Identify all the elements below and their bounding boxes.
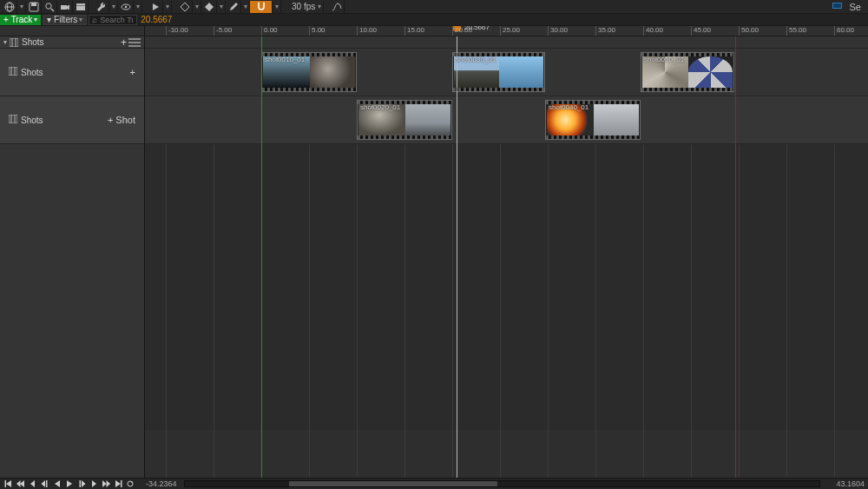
add-track-button[interactable]: + Track ▾ bbox=[0, 15, 41, 25]
step-fwd-icon[interactable] bbox=[76, 479, 87, 489]
film-icon bbox=[9, 37, 19, 48]
scrollbar-thumb[interactable] bbox=[289, 481, 497, 486]
search-field[interactable] bbox=[100, 16, 133, 24]
keyframe-filled-dropdown-icon[interactable]: ▾ bbox=[217, 1, 226, 13]
go-start-icon[interactable] bbox=[3, 479, 14, 489]
svg-marker-39 bbox=[82, 480, 86, 487]
plus-icon[interactable]: + bbox=[121, 38, 127, 47]
svg-rect-9 bbox=[76, 6, 85, 10]
ruler: 20.5667 -10.00-5.000.005.0010.0015.0020.… bbox=[0, 26, 868, 36]
filters-button[interactable]: ▾ Filters ▾ bbox=[43, 15, 87, 25]
ruler-tick-label: 35.00 bbox=[596, 26, 615, 34]
svg-marker-36 bbox=[55, 480, 60, 487]
shots-subtrack-2[interactable]: Shots + Shot bbox=[0, 96, 144, 144]
clapper-icon[interactable] bbox=[73, 1, 89, 13]
ruler-corner bbox=[0, 26, 145, 36]
add-shot-button[interactable]: + Shot bbox=[108, 115, 135, 125]
svg-marker-13 bbox=[153, 3, 159, 10]
clip-shot0020_01[interactable]: shot0020_01 bbox=[357, 100, 452, 140]
track-controls-row: + Track ▾ ▾ Filters ▾ ⌕ 20.5667 bbox=[0, 14, 868, 26]
prev-key-icon[interactable] bbox=[28, 479, 38, 489]
horizontal-scrollbar[interactable] bbox=[184, 480, 821, 487]
playhead-line[interactable] bbox=[457, 36, 457, 478]
play-icon[interactable] bbox=[148, 1, 163, 13]
folder-label: Shots bbox=[22, 37, 44, 47]
bottom-time-right: 43.1604 bbox=[836, 479, 865, 488]
snap-dropdown-icon[interactable]: ▾ bbox=[273, 1, 281, 13]
chevron-down-icon: ▾ bbox=[79, 16, 82, 23]
fps-label[interactable]: 30 fps bbox=[292, 2, 315, 11]
keyframe-filled-icon[interactable] bbox=[201, 1, 217, 13]
fps-dropdown-icon[interactable]: ▾ bbox=[315, 1, 324, 13]
wrench-icon[interactable] bbox=[94, 1, 109, 13]
ruler-tick-label: 45.00 bbox=[692, 26, 711, 34]
ruler-tick-label: 60.00 bbox=[835, 26, 854, 34]
current-time-label[interactable]: 20.5667 bbox=[141, 15, 172, 24]
svg-rect-7 bbox=[61, 5, 67, 10]
ruler-tick-label: 15.00 bbox=[405, 26, 424, 34]
play-dropdown-icon[interactable]: ▾ bbox=[163, 1, 172, 13]
svg-rect-23 bbox=[9, 67, 17, 76]
chevron-down-icon: ▾ bbox=[34, 15, 37, 25]
svg-rect-4 bbox=[31, 3, 36, 6]
find-icon[interactable] bbox=[42, 1, 57, 13]
ruler-tick-label: 10.00 bbox=[358, 26, 377, 34]
search-input[interactable]: ⌕ bbox=[89, 15, 137, 25]
next-shot-icon[interactable] bbox=[101, 479, 111, 489]
subtrack-label: Shots bbox=[21, 68, 43, 77]
eye-icon[interactable] bbox=[118, 1, 134, 13]
svg-marker-8 bbox=[67, 4, 69, 10]
shots-folder-row[interactable]: Shots + bbox=[0, 36, 144, 49]
curve-icon[interactable] bbox=[329, 1, 345, 13]
pencil-dropdown-icon[interactable]: ▾ bbox=[241, 1, 250, 13]
next-key-icon[interactable] bbox=[89, 479, 99, 489]
svg-marker-14 bbox=[181, 3, 189, 11]
eye-dropdown-icon[interactable]: ▾ bbox=[134, 1, 142, 13]
save-icon[interactable] bbox=[26, 1, 42, 13]
ruler-tick-label: -5.00 bbox=[214, 26, 232, 34]
globe-dropdown-icon[interactable]: ▾ bbox=[17, 1, 26, 13]
svg-marker-41 bbox=[102, 480, 107, 487]
clip-shot0030_01[interactable]: shot0030_01 bbox=[452, 52, 545, 92]
svg-line-6 bbox=[51, 9, 54, 11]
ruler-tick-label: 50.00 bbox=[740, 26, 759, 34]
loop-icon[interactable] bbox=[125, 479, 135, 489]
prev-shot-icon[interactable] bbox=[16, 479, 26, 489]
ruler-tick-label: 0.00 bbox=[262, 26, 278, 34]
camera-icon[interactable] bbox=[57, 1, 73, 13]
wrench-dropdown-icon[interactable]: ▾ bbox=[109, 1, 118, 13]
clip-shot0050_01[interactable]: shot0050_01 bbox=[641, 52, 734, 92]
svg-rect-30 bbox=[5, 480, 7, 487]
track-lane-1[interactable]: shot0010_01shot0030_01shot0050_01 bbox=[145, 49, 868, 96]
globe-icon[interactable] bbox=[2, 1, 17, 13]
main-toolbar: ▾ ▾ ▾ ▾ ▾ ▾ ▾ ▾ 30 fps ▾ Se bbox=[0, 0, 868, 14]
snap-icon[interactable] bbox=[250, 1, 273, 13]
shots-subtrack-1[interactable]: Shots + bbox=[0, 49, 144, 96]
time-ruler[interactable]: 20.5667 -10.00-5.000.005.0010.0015.0020.… bbox=[145, 26, 868, 36]
svg-marker-37 bbox=[67, 480, 72, 487]
clip-shot0010_01[interactable]: shot0010_01 bbox=[261, 52, 357, 92]
svg-point-5 bbox=[45, 3, 50, 8]
transport-bar: -34.2364 43.1604 bbox=[0, 478, 868, 489]
keyframe-icon[interactable] bbox=[177, 1, 193, 13]
go-end-icon[interactable] bbox=[113, 479, 123, 489]
svg-rect-38 bbox=[80, 480, 82, 487]
svg-marker-42 bbox=[107, 480, 111, 487]
play-reverse-icon[interactable] bbox=[52, 479, 62, 489]
track-lane-2[interactable]: shot0020_01shot0040_01 bbox=[145, 96, 868, 144]
clip-shot0040_01[interactable]: shot0040_01 bbox=[545, 100, 641, 140]
plus-icon[interactable]: + bbox=[130, 67, 135, 77]
hamburger-icon[interactable] bbox=[128, 38, 141, 47]
play-forward-icon[interactable] bbox=[64, 479, 75, 489]
step-back-icon[interactable] bbox=[40, 479, 50, 489]
bottom-time-left: -34.2364 bbox=[146, 479, 177, 488]
sequence-icon[interactable] bbox=[832, 3, 845, 11]
tracks-area[interactable]: shot0010_01shot0030_01shot0050_01 shot00… bbox=[145, 36, 868, 478]
ruler-tick-label: 20.00 bbox=[453, 26, 472, 34]
svg-rect-44 bbox=[121, 480, 122, 487]
right-cut-label[interactable]: Se bbox=[845, 2, 866, 12]
svg-point-12 bbox=[124, 5, 127, 8]
keyframe-dropdown-icon[interactable]: ▾ bbox=[193, 1, 201, 13]
pencil-icon[interactable] bbox=[226, 1, 241, 13]
add-track-label: Track bbox=[11, 15, 33, 25]
